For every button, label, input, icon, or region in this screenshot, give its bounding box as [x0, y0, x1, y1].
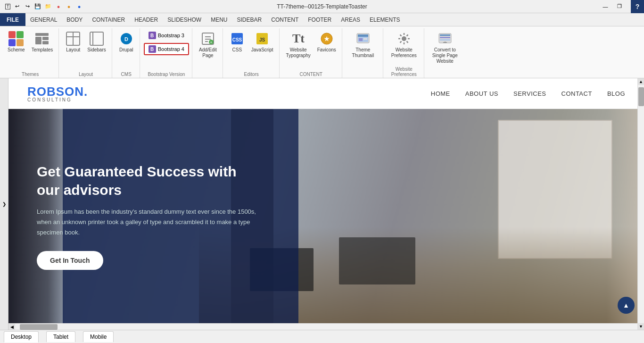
general-menu[interactable]: GENERAL: [25, 13, 62, 26]
desktop-tab[interactable]: Desktop: [4, 331, 39, 343]
nav-home[interactable]: HOME: [431, 90, 450, 97]
preferences-group: Website Preferences Website Preferences: [384, 28, 424, 78]
slideshow-menu[interactable]: SLIDESHOW: [163, 13, 206, 26]
nav-blog[interactable]: BLOG: [607, 90, 625, 97]
sidebars-button[interactable]: Sidebars: [84, 29, 108, 55]
bootstrap-version-group: B Bootstrap 3 B Bootstrap 4 Bootstrap Ve…: [141, 28, 192, 78]
convert-items: Convert to Single Page Website: [428, 29, 462, 78]
menu-menu[interactable]: MENU: [206, 13, 232, 26]
elements-menu[interactable]: ELEMENTS: [365, 13, 405, 26]
bootstrap4-badge: B: [149, 45, 156, 53]
thumbnail-items: Theme Thumbnail: [346, 29, 380, 78]
scroll-left-arrow[interactable]: ◀: [8, 324, 15, 330]
favicons-icon: ★: [319, 31, 334, 46]
sidebar-toggle[interactable]: ❯: [0, 78, 8, 330]
javascript-button[interactable]: JS JavaScript: [248, 29, 276, 55]
layout-label: Layout: [66, 47, 80, 53]
favicons-button[interactable]: ★ Favicons: [314, 29, 339, 55]
sidebars-label: Sidebars: [87, 47, 106, 53]
minimize-button[interactable]: —: [599, 2, 612, 11]
drupal-button[interactable]: D Drupal: [116, 29, 137, 55]
logo3-icon: ●: [75, 3, 83, 10]
footer-menu[interactable]: FOOTER: [303, 13, 336, 26]
scheme-icon: [8, 31, 24, 46]
svg-rect-28: [363, 38, 367, 40]
redo-icon[interactable]: ↪: [24, 3, 31, 10]
theme-thumbnail-group: Theme Thumbnail: [343, 28, 383, 78]
add-edit-icon: +: [200, 31, 215, 46]
scroll-up-button[interactable]: ▲: [618, 297, 635, 314]
editors-items: CSS CSS JS JavaScript: [227, 29, 276, 78]
preferences-button[interactable]: Website Preferences: [387, 29, 421, 60]
help-button[interactable]: ?: [631, 0, 644, 13]
templates-button[interactable]: Templates: [29, 29, 56, 55]
convert-group: Convert to Single Page Website: [425, 28, 465, 78]
nav-about[interactable]: ABOUT US: [465, 90, 498, 97]
bootstrap4-button[interactable]: B Bootstrap 4: [144, 43, 189, 55]
scheme-button[interactable]: Scheme: [5, 29, 28, 55]
undo-icon[interactable]: ↩: [13, 3, 21, 10]
convert-button[interactable]: Convert to Single Page Website: [428, 29, 462, 66]
layout-button[interactable]: Layout: [63, 29, 83, 55]
cms-items: D Drupal: [116, 29, 137, 78]
javascript-icon: JS: [255, 31, 270, 46]
svg-line-36: [406, 35, 408, 36]
svg-rect-0: [35, 33, 49, 36]
horizontal-scrollbar: ◀ ▶: [8, 323, 644, 330]
svg-text:Tt: Tt: [292, 32, 305, 45]
layout-items: Layout Sidebars: [63, 29, 108, 78]
v-scroll-thumb[interactable]: [638, 87, 644, 106]
cms-group-label: CMS: [113, 72, 140, 77]
title-bar-quick-icons: ↩ ↪ 💾 📁 ● ● ●: [13, 3, 83, 10]
svg-rect-1: [35, 37, 41, 44]
restore-button[interactable]: ❐: [613, 2, 626, 11]
hero-description: Lorem Ipsum has been the industry's stan…: [37, 207, 263, 238]
typography-items: Tt WebsiteTypography ★ Favicons: [283, 29, 339, 78]
preferences-icon: [396, 31, 412, 46]
bootstrap3-label: Bootstrap 3: [158, 33, 184, 38]
logo1-icon: ●: [55, 3, 62, 10]
save-icon[interactable]: 💾: [34, 3, 41, 10]
bootstrap3-badge: B: [149, 32, 156, 39]
typography-button[interactable]: Tt WebsiteTypography: [283, 29, 314, 60]
website-preview: ROBSON. CONSULTING HOME ABOUT US SERVICE…: [8, 78, 644, 330]
body-menu[interactable]: BODY: [62, 13, 87, 26]
svg-rect-27: [359, 38, 363, 41]
preferences-label: Website Preferences: [390, 47, 418, 59]
header-menu[interactable]: HEADER: [130, 13, 163, 26]
logo2-icon: ●: [65, 3, 73, 10]
scroll-down-arrow[interactable]: ▼: [638, 323, 644, 330]
mobile-tab[interactable]: Mobile: [83, 331, 114, 342]
svg-rect-40: [440, 37, 450, 38]
svg-rect-2: [42, 37, 49, 40]
svg-rect-26: [358, 34, 368, 37]
nav-services[interactable]: SERVICES: [513, 90, 546, 97]
favicons-label: Favicons: [317, 47, 336, 53]
hero-cta-button[interactable]: Get In Touch: [37, 251, 103, 270]
add-edit-label: Add/EditPage: [199, 47, 217, 59]
vertical-scrollbar: ▲ ▼: [637, 78, 644, 330]
typography-group: Tt WebsiteTypography ★ Favicons CONTENT: [281, 28, 342, 78]
drupal-label: Drupal: [119, 47, 133, 53]
container-menu[interactable]: CONTAINER: [87, 13, 130, 26]
svg-line-35: [406, 42, 408, 43]
scroll-up-arrow[interactable]: ▲: [638, 78, 644, 85]
typography-icon: Tt: [291, 31, 306, 46]
nav-contact[interactable]: CONTACT: [561, 90, 592, 97]
file-menu[interactable]: FILE: [0, 13, 25, 26]
themes-group-label: Themes: [2, 72, 58, 77]
css-button[interactable]: CSS CSS: [227, 29, 248, 55]
tablet-tab[interactable]: Tablet: [46, 331, 75, 342]
layout-group-label: Layout: [60, 72, 111, 77]
sidebar-menu[interactable]: SIDEBAR: [232, 13, 267, 26]
areas-menu[interactable]: AREAS: [336, 13, 365, 26]
typography-label: WebsiteTypography: [286, 47, 311, 59]
bootstrap3-button[interactable]: B Bootstrap 3: [144, 29, 189, 42]
h-scroll-thumb[interactable]: [20, 324, 58, 330]
add-edit-page-button[interactable]: + Add/EditPage: [196, 29, 220, 60]
content-menu[interactable]: CONTENT: [266, 13, 303, 26]
open-icon[interactable]: 📁: [44, 3, 52, 10]
editors-group-label: Editors: [224, 72, 279, 77]
theme-thumbnail-button[interactable]: Theme Thumbnail: [346, 29, 380, 60]
hero-title: Get Guaranteed Success with our advisors: [37, 162, 263, 199]
